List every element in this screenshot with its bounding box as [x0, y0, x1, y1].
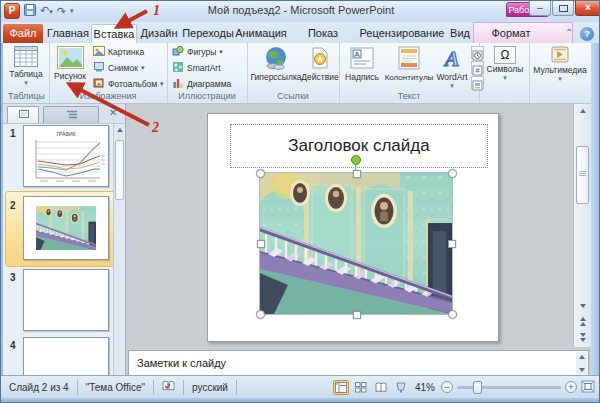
textbox-button[interactable]: A Надпись [341, 44, 383, 96]
scroll-down-button[interactable] [575, 300, 590, 314]
normal-view-button[interactable] [333, 380, 349, 395]
reading-view-button[interactable] [373, 380, 389, 395]
resize-handle-ne[interactable] [448, 169, 457, 178]
svg-text:#: # [476, 67, 480, 74]
tab-design[interactable]: Дизайн [137, 24, 181, 43]
picture-icon [50, 46, 90, 71]
rotation-handle[interactable] [351, 155, 361, 165]
notes-scrollbar[interactable] [576, 352, 587, 375]
zoom-slider-thumb[interactable] [473, 381, 482, 394]
slide-sorter-view-button[interactable] [353, 380, 369, 395]
omega-icon: Ω [494, 46, 516, 64]
picture-button[interactable]: Рисунок [50, 44, 90, 96]
scroll-thumb[interactable] [576, 146, 589, 204]
tab-view[interactable]: Вид [445, 24, 475, 43]
close-icon: × [585, 2, 591, 13]
screenshot-icon [93, 61, 105, 75]
zoom-in-button[interactable]: + [565, 381, 577, 393]
slide-editing-area[interactable]: Заголовок слайда [207, 113, 499, 342]
svg-text:A: A [354, 50, 360, 59]
group-symbols: Ω Символы ▾ [481, 43, 530, 103]
dropdown-arrow-icon: ▾ [483, 74, 527, 81]
resize-handle-sw[interactable] [256, 310, 265, 319]
slide-thumbnail-3[interactable] [23, 269, 109, 331]
scroll-up-button[interactable] [575, 105, 590, 119]
slide-thumbnail-4[interactable] [23, 337, 109, 375]
tab-home[interactable]: Главная [45, 24, 91, 43]
fit-slide-button[interactable] [581, 380, 595, 395]
previous-slide-button[interactable] [575, 316, 590, 330]
scroll-up-icon[interactable] [117, 128, 123, 132]
resize-handle-nw[interactable] [256, 169, 265, 178]
resize-handle-w[interactable] [257, 240, 265, 248]
next-slide-button[interactable] [575, 332, 590, 346]
tab-slideshow[interactable]: Показ слайдов [287, 24, 359, 43]
language-indicator[interactable]: русский [184, 380, 237, 395]
maximize-icon [559, 5, 568, 12]
title-placeholder-text: Заголовок слайда [288, 136, 429, 156]
spellcheck-icon[interactable] [154, 380, 184, 395]
clipart-button[interactable]: Картинка [93, 44, 144, 59]
resize-handle-se[interactable] [448, 310, 457, 319]
vertical-scrollbar[interactable] [573, 104, 591, 347]
resize-handle-n[interactable] [353, 170, 361, 178]
slideshow-view-button[interactable] [393, 380, 409, 395]
photo-album-button[interactable]: Фотоальбом ▾ [93, 76, 164, 91]
zoom-slider[interactable] [457, 386, 561, 389]
group-label-tables: Таблицы [4, 91, 49, 101]
help-button[interactable]: ? [580, 27, 594, 41]
tab-insert[interactable]: Вставка [91, 24, 137, 43]
group-label-links: Ссылки [247, 91, 339, 101]
workspace: ✕ 1 ГРАФИК 2 [1, 104, 600, 375]
outline-tab[interactable] [43, 106, 99, 123]
header-footer-button[interactable]: Колонтитулы [383, 44, 435, 96]
theme-indicator: "Тема Office" [78, 380, 154, 395]
close-pane-icon[interactable]: ✕ [109, 105, 117, 121]
action-button[interactable]: Действие [301, 44, 339, 96]
slide-thumbnail-1[interactable]: ГРАФИК [23, 125, 109, 187]
notes-scroll-down-icon[interactable] [579, 368, 585, 372]
maximize-button[interactable] [552, 1, 574, 16]
dropdown-arrow-icon: ▾ [160, 80, 164, 88]
resize-handle-e[interactable] [448, 240, 456, 248]
status-bar: Слайд 2 из 4 "Тема Office" русский 41% –… [1, 375, 600, 398]
hyperlink-button[interactable]: Гиперссылка [249, 44, 303, 96]
tab-format[interactable]: Формат [483, 24, 539, 43]
tab-file[interactable]: Файл [3, 24, 43, 43]
tab-review[interactable]: Рецензирование [359, 24, 445, 43]
notes-scroll-up-icon[interactable] [579, 355, 585, 359]
photo-album-icon [93, 77, 105, 91]
group-tables: Таблица ▾ Таблицы [4, 43, 50, 103]
close-button[interactable]: × [575, 1, 600, 16]
group-label-text: Текст [339, 91, 479, 101]
window-frame-right [591, 43, 600, 375]
slide-thumbnail-2[interactable] [23, 196, 109, 260]
shapes-button[interactable]: Фигуры ▾ [172, 44, 223, 59]
panel-scrollbar[interactable] [113, 124, 125, 375]
symbols-button[interactable]: Ω Символы ▾ [483, 44, 527, 96]
slides-tab[interactable] [7, 106, 39, 123]
ribbon-tab-row: Файл Главная Вставка Дизайн Переходы Ани… [1, 22, 600, 43]
media-button[interactable]: Мультимедиа ▾ [531, 44, 589, 96]
dropdown-arrow-icon: ▾ [531, 75, 589, 82]
ribbon: Таблица ▾ Таблицы Рисунок Картинка Снимо… [1, 43, 600, 104]
zoom-level[interactable]: 41% [415, 382, 435, 393]
media-clip-icon [531, 46, 589, 65]
smartart-button[interactable]: SmartArt [172, 60, 221, 75]
screenshot-button[interactable]: Снимок ▾ [93, 60, 144, 75]
hyperlink-globe-icon [249, 46, 303, 72]
zoom-out-button[interactable]: – [441, 381, 453, 393]
collapse-ribbon-icon[interactable]: ⌃ [565, 27, 573, 38]
resize-handle-s[interactable] [353, 311, 361, 319]
minimize-button[interactable]: – [529, 1, 551, 16]
notes-placeholder: Заметки к слайду [137, 357, 226, 369]
tab-transitions[interactable]: Переходы [181, 24, 235, 43]
panel-scroll-thumb[interactable] [115, 140, 124, 200]
notes-pane[interactable]: Заметки к слайду [128, 350, 589, 377]
mini-line-chart: ГРАФИК [24, 126, 108, 186]
table-button[interactable]: Таблица ▾ [6, 44, 46, 96]
wordart-button[interactable]: A WordArt ▾ [435, 44, 469, 96]
tab-animations[interactable]: Анимация [235, 24, 287, 43]
chart-button[interactable]: Диаграмма [172, 76, 231, 91]
inserted-picture[interactable] [260, 173, 452, 314]
